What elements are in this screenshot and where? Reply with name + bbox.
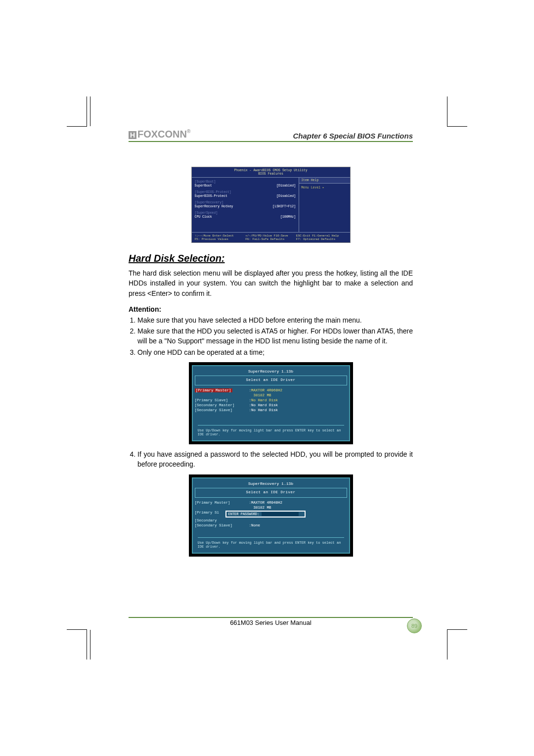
superrecovery-screenshot-2: SuperRecovery 1.13b Select an IDE Driver…	[189, 474, 353, 557]
bios-item-help-header: Item Help	[299, 178, 350, 184]
chapter-title: Chapter 6 Special BIOS Functions	[293, 132, 413, 140]
bios-menu-level: Menu Level ▸	[299, 184, 350, 191]
page-footer: 661M03 Series User Manual 89	[129, 617, 413, 626]
list-item: Only one HDD can be operated at a time;	[137, 347, 413, 357]
bios-footer: ↑↓←→:Move Enter:Select+/-/PU/PD:Value F1…	[192, 233, 350, 242]
bios-title: Phoenix - AwardBIOS CMOS Setup UtilityBI…	[192, 167, 350, 177]
sr1-footer: Use Up/Down key for moving light bar and…	[198, 425, 344, 436]
intro-paragraph: The hard disk selection menu will be dis…	[129, 268, 413, 298]
sr2-footer: Use Up/Down key for moving light bar and…	[198, 537, 344, 549]
list-item: Make sure that you have selected a HDD b…	[137, 315, 413, 325]
attention-list-cont: If you have assigned a password to the s…	[137, 449, 413, 470]
page-number-badge: 89	[407, 618, 422, 633]
section-heading: Hard Disk Selection:	[129, 253, 413, 264]
sr1-title: SuperRecovery 1.13b	[195, 368, 347, 376]
bios-screenshot: Phoenix - AwardBIOS CMOS Setup UtilityBI…	[191, 167, 351, 243]
attention-heading: Attention:	[129, 305, 413, 313]
superrecovery-screenshot-1: SuperRecovery 1.13b Select an IDE Driver…	[189, 362, 353, 444]
list-item: If you have assigned a password to the s…	[137, 449, 413, 470]
crop-mark	[67, 96, 87, 127]
sr2-select-label: Select an IDE Driver	[199, 490, 343, 495]
sr2-title: SuperRecovery 1.13b	[195, 480, 347, 488]
attention-list: Make sure that you have selected a HDD b…	[137, 315, 413, 357]
page-header: HFOXCONN® Chapter 6 Special BIOS Functio…	[129, 129, 413, 142]
brand-logo: HFOXCONN®	[129, 129, 190, 140]
crop-mark	[67, 629, 87, 660]
crop-mark	[447, 629, 467, 660]
crop-mark	[447, 96, 467, 127]
sr1-select-label: Select an IDE Driver	[199, 378, 343, 383]
footer-text: 661M03 Series User Manual	[129, 619, 413, 626]
list-item: Make sure that the HDD you selected is A…	[137, 326, 413, 346]
password-prompt: ENTER PASSWORD:	[225, 511, 306, 518]
